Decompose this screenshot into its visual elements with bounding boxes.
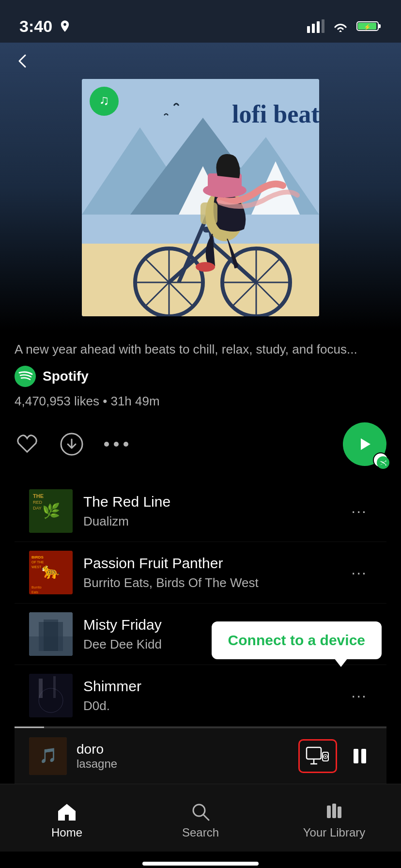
status-icons: ⚡ <box>307 19 382 33</box>
svg-text:OF THE: OF THE <box>31 560 44 564</box>
controls-row <box>15 422 386 466</box>
home-indicator <box>0 852 401 868</box>
track-item[interactable]: 🌿 THE RED DAY The Red Line Dualizm ··· <box>15 480 386 542</box>
svg-rect-3 <box>322 19 324 33</box>
track-thumbnail <box>29 612 73 656</box>
home-bar <box>142 862 259 866</box>
track-title: Passion Fruit Panther <box>83 555 336 572</box>
track-item[interactable]: 🐆 BIRDS OF THE WEST Burrito Eats Passion… <box>15 542 386 604</box>
search-icon <box>190 802 211 822</box>
svg-point-39 <box>15 366 36 387</box>
location-icon <box>58 19 72 33</box>
track-info: Passion Fruit Panther Burrito Eats, Bird… <box>83 555 336 590</box>
now-playing-info: doro lasagne <box>77 742 289 771</box>
home-icon <box>57 802 77 822</box>
track-title: The Red Line <box>83 494 336 510</box>
home-label: Home <box>51 826 82 839</box>
track-item[interactable]: Shimmer D0d. ··· Connect to a device <box>15 665 386 727</box>
status-bar: 3:40 ⚡ <box>0 0 401 43</box>
track-thumbnail: 🌿 THE RED DAY <box>29 489 73 533</box>
now-playing-bar[interactable]: 🎵 doro lasagne <box>15 728 386 784</box>
now-playing-title: doro <box>77 742 289 757</box>
svg-rect-64 <box>53 676 56 698</box>
svg-text:Burrito: Burrito <box>31 586 42 589</box>
pause-button[interactable] <box>348 744 372 768</box>
svg-rect-67 <box>307 747 321 759</box>
track-thumbnail <box>29 674 73 717</box>
nav-item-library[interactable]: Your Library <box>267 797 401 839</box>
more-options-button[interactable] <box>104 440 129 448</box>
svg-point-42 <box>114 442 119 447</box>
track-more-button[interactable]: ··· <box>346 497 372 525</box>
svg-line-76 <box>203 815 209 820</box>
svg-rect-73 <box>354 749 358 763</box>
track-artist: Burrito Eats, Birds Of The West <box>83 575 336 590</box>
svg-rect-61 <box>29 674 73 717</box>
svg-text:♫: ♫ <box>99 93 109 108</box>
album-art: ♫ lofi beats <box>82 79 319 316</box>
svg-text:THE: THE <box>33 493 44 499</box>
connect-to-device-tooltip: Connect to a device <box>212 621 382 659</box>
track-more-button[interactable]: ··· <box>346 682 372 710</box>
clock: 3:40 <box>19 17 52 36</box>
svg-text:WEST: WEST <box>31 565 42 569</box>
play-controls <box>343 422 386 466</box>
main-content: A new year ahead with beats to chill, re… <box>0 331 401 784</box>
svg-text:🎵: 🎵 <box>39 747 58 764</box>
like-button[interactable] <box>15 432 40 457</box>
svg-point-35 <box>196 262 215 272</box>
svg-rect-60 <box>44 620 58 651</box>
search-label: Search <box>182 826 219 839</box>
now-playing-thumbnail: 🎵 <box>29 737 67 775</box>
artist-name: Spotify <box>43 369 89 384</box>
svg-text:DAY: DAY <box>33 506 42 511</box>
library-label: Your Library <box>303 826 366 839</box>
track-title: Shimmer <box>83 678 336 695</box>
svg-rect-1 <box>312 24 315 33</box>
playlist-description: A new year ahead with beats to chill, re… <box>15 341 386 358</box>
svg-marker-44 <box>361 438 370 450</box>
svg-text:RED: RED <box>33 500 43 505</box>
bottom-nav: Home Search Your Library <box>0 784 401 852</box>
track-thumbnail: 🐆 BIRDS OF THE WEST Burrito Eats <box>29 551 73 594</box>
status-time: 3:40 <box>19 17 72 36</box>
wifi-icon <box>331 19 350 33</box>
nav-item-search[interactable]: Search <box>134 797 267 839</box>
header-section: ♫ lofi beats <box>0 43 401 331</box>
battery-icon: ⚡ <box>356 19 382 33</box>
svg-text:Eats: Eats <box>31 590 39 594</box>
track-list: 🌿 THE RED DAY The Red Line Dualizm ··· 🐆… <box>15 480 386 727</box>
track-artist: Dualizm <box>83 514 336 529</box>
stats-row: 4,470,953 likes • 31h 49m <box>15 394 386 409</box>
back-button[interactable] <box>15 52 32 74</box>
shuffle-indicator <box>377 456 389 469</box>
svg-text:BIRDS: BIRDS <box>31 555 44 559</box>
svg-text:🐆: 🐆 <box>41 561 61 580</box>
svg-point-72 <box>325 756 326 758</box>
svg-rect-78 <box>332 804 336 818</box>
svg-rect-63 <box>39 679 43 698</box>
download-button[interactable] <box>59 432 84 457</box>
svg-text:🌿: 🌿 <box>42 502 61 520</box>
nav-item-home[interactable]: Home <box>0 797 134 839</box>
artist-row: Spotify <box>15 366 386 387</box>
svg-rect-77 <box>327 806 331 818</box>
track-info: The Red Line Dualizm <box>83 494 336 529</box>
svg-rect-38 <box>200 202 217 224</box>
svg-rect-0 <box>307 26 310 33</box>
now-playing-controls <box>298 739 372 773</box>
track-artist: D0d. <box>83 698 336 713</box>
svg-text:lofi beats: lofi beats <box>232 100 319 128</box>
connect-tooltip-text: Connect to a device <box>228 632 365 648</box>
svg-rect-2 <box>317 21 320 33</box>
controls-left <box>15 432 129 457</box>
connect-device-button[interactable] <box>298 739 337 773</box>
svg-point-43 <box>123 442 128 447</box>
svg-rect-5 <box>378 24 381 28</box>
svg-rect-74 <box>361 749 366 763</box>
track-more-button[interactable]: ··· <box>346 559 372 587</box>
svg-rect-79 <box>338 806 341 818</box>
now-playing-artist: lasagne <box>77 757 289 771</box>
track-info: Shimmer D0d. <box>83 678 336 713</box>
svg-text:⚡: ⚡ <box>364 23 371 31</box>
